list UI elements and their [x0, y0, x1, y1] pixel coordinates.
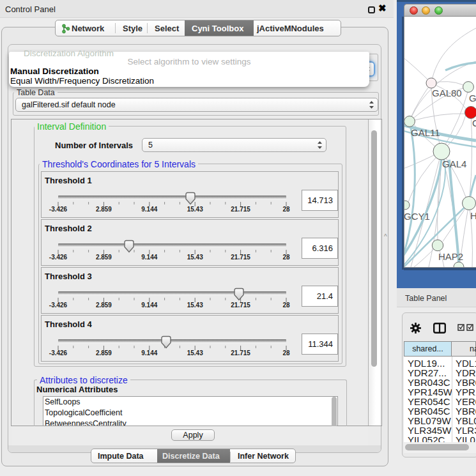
svg-text:HAP2: HAP2: [438, 251, 463, 262]
svg-text:GA: GA: [469, 93, 476, 104]
svg-text:GAL11: GAL11: [411, 127, 440, 138]
svg-text:GAL80: GAL80: [432, 88, 462, 98]
svg-text:GAL4: GAL4: [442, 158, 466, 169]
svg-text:GCY1: GCY1: [404, 211, 430, 222]
svg-text:C: C: [472, 118, 476, 128]
svg-text:H: H: [470, 210, 476, 221]
